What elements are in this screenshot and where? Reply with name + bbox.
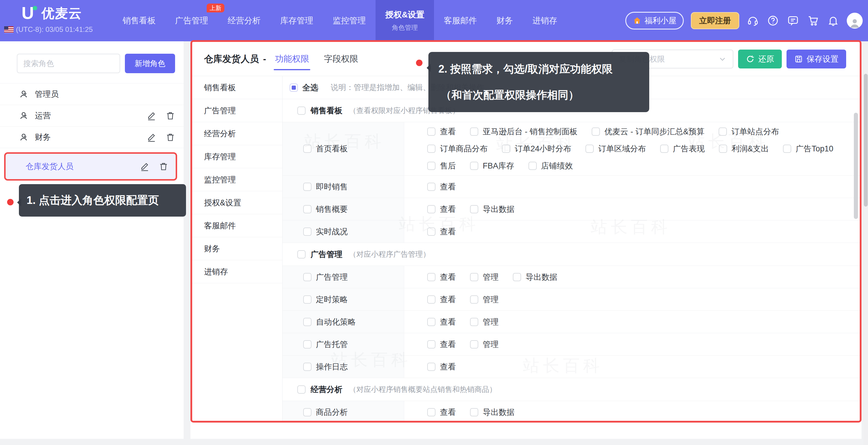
category-6[interactable]: 客服邮件 bbox=[192, 214, 282, 237]
checkbox[interactable] bbox=[470, 162, 478, 170]
tab-function-permissions[interactable]: 功能权限 bbox=[274, 42, 310, 76]
checkbox[interactable] bbox=[427, 273, 435, 281]
nav-item-1[interactable]: 广告管理上新 bbox=[165, 0, 218, 41]
checkbox[interactable] bbox=[297, 385, 306, 394]
category-0[interactable]: 销售看板 bbox=[192, 76, 282, 99]
feature-toggle[interactable]: 首页看板 bbox=[303, 144, 348, 154]
delete-role-icon[interactable] bbox=[159, 161, 168, 171]
permission-option[interactable]: 导出数据 bbox=[513, 272, 557, 282]
permission-option[interactable]: 广告Top10 bbox=[783, 144, 833, 154]
category-7[interactable]: 财务 bbox=[192, 237, 282, 260]
checkbox[interactable] bbox=[303, 363, 311, 371]
permission-option[interactable]: 管理 bbox=[470, 317, 499, 327]
add-role-button[interactable]: 新增角色 bbox=[125, 54, 175, 73]
nav-item-5[interactable]: 授权&设置角色管理 bbox=[376, 0, 434, 41]
edit-role-icon[interactable] bbox=[147, 132, 156, 142]
role-item-selected[interactable]: 仓库发货人员 bbox=[4, 152, 177, 181]
checkbox[interactable] bbox=[783, 145, 791, 153]
checkbox[interactable] bbox=[297, 250, 306, 258]
feature-toggle[interactable]: 自动化策略 bbox=[303, 317, 356, 327]
checkbox[interactable] bbox=[470, 273, 478, 281]
checkbox[interactable] bbox=[303, 318, 311, 326]
checkbox[interactable] bbox=[297, 106, 306, 115]
checkbox[interactable] bbox=[585, 145, 594, 153]
role-item-0[interactable]: 管理员 bbox=[0, 84, 184, 105]
permission-option[interactable]: 查看 bbox=[427, 361, 456, 372]
permission-option[interactable]: 查看 bbox=[427, 272, 456, 282]
category-8[interactable]: 进销存 bbox=[192, 260, 282, 283]
welfare-house-button[interactable]: 福利小屋 bbox=[625, 12, 684, 30]
nav-item-0[interactable]: 销售看板 bbox=[113, 0, 165, 41]
permission-option[interactable]: 导出数据 bbox=[470, 407, 515, 418]
nav-item-4[interactable]: 监控管理 bbox=[323, 0, 376, 41]
permission-option[interactable]: 亚马逊后台 - 销售控制面板 bbox=[470, 126, 578, 137]
app-logo[interactable]: U 优麦云 bbox=[20, 5, 82, 22]
edit-role-icon[interactable] bbox=[140, 161, 150, 171]
category-2[interactable]: 经营分析 bbox=[192, 122, 282, 145]
permission-option[interactable]: 管理 bbox=[470, 272, 499, 282]
permission-option[interactable]: 管理 bbox=[470, 294, 499, 305]
category-1[interactable]: 广告管理 bbox=[192, 99, 282, 122]
delete-role-icon[interactable] bbox=[165, 132, 175, 142]
window-scrollbar-thumb[interactable] bbox=[864, 74, 868, 206]
checkbox[interactable] bbox=[427, 145, 435, 153]
permission-option[interactable]: 查看 bbox=[427, 226, 456, 237]
checkbox[interactable] bbox=[427, 227, 435, 236]
nav-item-3[interactable]: 库存管理 bbox=[271, 0, 323, 41]
permission-option[interactable]: 售后 bbox=[427, 161, 456, 171]
checkbox[interactable] bbox=[470, 408, 478, 416]
checkbox[interactable] bbox=[427, 183, 435, 191]
checkbox[interactable] bbox=[427, 127, 435, 136]
feature-toggle[interactable]: 实时战况 bbox=[303, 226, 348, 237]
edit-role-icon[interactable] bbox=[147, 110, 156, 121]
nav-item-6[interactable]: 客服邮件 bbox=[434, 0, 487, 41]
message-icon[interactable] bbox=[786, 14, 800, 27]
checkbox[interactable] bbox=[303, 205, 311, 213]
permission-option[interactable]: 订单站点分布 bbox=[719, 126, 779, 137]
checkbox[interactable] bbox=[719, 145, 727, 153]
checkbox[interactable] bbox=[303, 340, 311, 349]
checkbox[interactable] bbox=[303, 183, 311, 191]
checkbox[interactable] bbox=[303, 145, 311, 153]
checkbox[interactable] bbox=[427, 408, 435, 416]
feature-toggle[interactable]: 商品分析 bbox=[303, 407, 348, 418]
window-scrollbar-track[interactable] bbox=[863, 41, 868, 445]
nav-item-2[interactable]: 经营分析 bbox=[218, 0, 271, 41]
panel-scrollbar-thumb[interactable] bbox=[854, 113, 858, 219]
checkbox[interactable] bbox=[303, 273, 311, 281]
help-icon[interactable] bbox=[767, 14, 779, 27]
permission-option[interactable]: 查看 bbox=[427, 204, 456, 215]
checkbox[interactable] bbox=[502, 145, 510, 153]
nav-item-8[interactable]: 进销存 bbox=[523, 0, 567, 41]
customer-service-icon[interactable] bbox=[746, 14, 760, 27]
checkbox[interactable] bbox=[427, 295, 435, 304]
permission-option[interactable]: 导出数据 bbox=[470, 204, 515, 215]
user-avatar[interactable] bbox=[847, 13, 863, 29]
feature-toggle[interactable]: 即时销售 bbox=[303, 182, 348, 192]
checkbox[interactable] bbox=[427, 340, 435, 349]
permission-option[interactable]: 订单区域分布 bbox=[585, 144, 646, 154]
save-settings-button[interactable]: 保存设置 bbox=[786, 50, 846, 68]
role-item-1[interactable]: 运营 bbox=[0, 105, 184, 127]
checkbox[interactable] bbox=[303, 227, 311, 236]
permission-option[interactable]: 查看 bbox=[427, 407, 456, 418]
checkbox[interactable] bbox=[427, 363, 435, 371]
permission-option[interactable]: FBA库存 bbox=[470, 161, 514, 171]
permission-option[interactable]: 查看 bbox=[427, 317, 456, 327]
feature-toggle[interactable]: 销售概要 bbox=[303, 204, 348, 215]
restore-button[interactable]: 还原 bbox=[738, 50, 782, 68]
feature-toggle[interactable]: 广告托管 bbox=[303, 339, 348, 350]
delete-role-icon[interactable] bbox=[165, 110, 175, 121]
feature-toggle[interactable]: 定时策略 bbox=[303, 294, 348, 305]
tab-field-permissions[interactable]: 字段权限 bbox=[323, 42, 359, 76]
role-item-2[interactable]: 财务 bbox=[0, 127, 184, 148]
checkbox[interactable] bbox=[303, 295, 311, 304]
checkbox[interactable] bbox=[427, 205, 435, 213]
register-now-button[interactable]: 立即注册 bbox=[691, 12, 739, 29]
checkbox[interactable] bbox=[290, 84, 298, 92]
bell-icon[interactable] bbox=[827, 14, 840, 27]
checkbox[interactable] bbox=[303, 408, 311, 416]
permission-option[interactable]: 查看 bbox=[427, 294, 456, 305]
permission-option[interactable]: 订单24小时分布 bbox=[502, 144, 571, 154]
nav-item-7[interactable]: 财务 bbox=[487, 0, 523, 41]
